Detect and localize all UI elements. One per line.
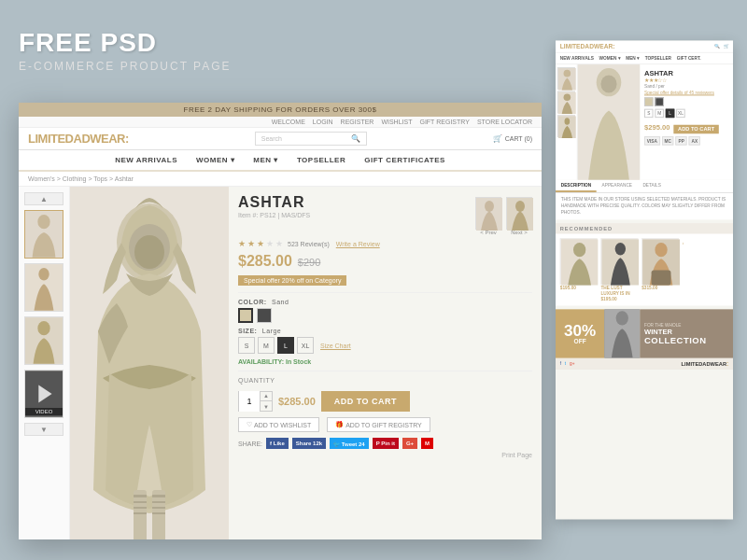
special-offer: Special offer 20% off on Category xyxy=(238,275,346,286)
star-1: ★ xyxy=(238,239,246,248)
color-swatches xyxy=(238,308,532,323)
nav-new-arrivals[interactable]: NEW ARRIVALS xyxy=(115,156,177,164)
mini-footer-logo: LIMITEDADWEAR: xyxy=(682,360,729,367)
related-product-2[interactable]: THE LUST LUXURY IS IN $195.00 xyxy=(600,238,638,301)
thumb-nav-down[interactable]: ▼ xyxy=(24,423,63,436)
mini-nav-men[interactable]: MEN ▾ xyxy=(626,56,640,62)
mini-twitter-icon[interactable]: t xyxy=(565,360,566,367)
mini-product-details: ASHTAR ★★★☆☆ Sand / per Special offer de… xyxy=(640,64,733,179)
quantity-cart-row: ▲ ▼ $285.00 ADD TO CART xyxy=(238,391,532,412)
add-to-gift-registry-button[interactable]: 🎁 ADD TO GIFT REGISTRY xyxy=(327,417,430,432)
thumbnail-2[interactable] xyxy=(24,263,63,312)
video-label: VIDEO xyxy=(25,408,63,415)
mini-stars: ★★★☆☆ xyxy=(644,77,728,83)
color-swatch-sand[interactable] xyxy=(238,308,253,323)
mini-tab-appearance[interactable]: APPEARANCE xyxy=(597,180,638,192)
related-product-1[interactable]: $195.00 xyxy=(560,238,598,301)
mini-size-m[interactable]: M xyxy=(655,109,664,119)
product-image-svg xyxy=(70,187,229,539)
nav-topseller[interactable]: TOPSELLER xyxy=(297,156,345,164)
mini-banner-text: FOR THE WHOLE WINTER COLLECTION xyxy=(640,309,733,357)
quantity-control[interactable]: ▲ ▼ xyxy=(238,391,273,412)
thumbnail-3[interactable] xyxy=(24,316,63,365)
google-plus-btn[interactable]: G+ xyxy=(402,438,417,449)
mini-payment-icons: VISA MC PP AX xyxy=(644,136,728,146)
price-section: $285.00 $290 xyxy=(238,253,532,270)
nav-women[interactable]: WOMEN ▾ xyxy=(196,156,234,164)
thumbnail-gallery: ▲ xyxy=(19,187,70,539)
amex-icon: AX xyxy=(689,136,700,146)
svg-point-25 xyxy=(485,201,494,212)
nav-men[interactable]: MEN ▾ xyxy=(253,156,278,164)
add-to-cart-button[interactable]: ADD TO CART xyxy=(321,391,410,412)
nav-gift-certificates[interactable]: GIFT CERTIFICATES xyxy=(364,156,445,164)
mini-google-icon[interactable]: g+ xyxy=(570,360,574,367)
size-s[interactable]: S xyxy=(238,337,255,354)
thumb-nav-up[interactable]: ▲ xyxy=(24,192,63,205)
facebook-share-btn[interactable]: Share 12k xyxy=(292,438,326,449)
product-details: ASHTAR Item #: PS12 | MAS/DFS < Prev xyxy=(229,187,542,539)
mini-nav-gift[interactable]: GIFT CERT. xyxy=(677,56,701,62)
main-mockup: FREE 2 DAY SHIPPING FOR ORDERS OVER 300$… xyxy=(19,103,542,539)
heart-icon: ♡ xyxy=(247,421,252,428)
star-3: ★ xyxy=(257,239,264,248)
size-l[interactable]: L xyxy=(277,337,294,354)
announcement-bar: FREE 2 DAY SHIPPING FOR ORDERS OVER 300$ xyxy=(19,103,542,117)
breadcrumb: Women's > Clothing > Tops > Ashtar xyxy=(19,172,542,187)
twitter-tweet-btn[interactable]: 🐦 Tweet 24 xyxy=(330,438,369,449)
size-m[interactable]: M xyxy=(258,337,275,354)
navigation: NEW ARRIVALS WOMEN ▾ MEN ▾ TOPSELLER GIF… xyxy=(19,150,542,172)
facebook-like-btn[interactable]: f Like xyxy=(266,438,289,449)
gift-icon: 🎁 xyxy=(335,421,344,428)
mini-tabs: DESCRIPTION APPEARANCE DETAILS xyxy=(556,180,733,193)
search-icon[interactable]: 🔍 xyxy=(351,134,360,143)
see-more-link[interactable]: › xyxy=(683,240,684,301)
mini-size-xl[interactable]: XL xyxy=(676,109,685,119)
mini-fb-icon[interactable]: f xyxy=(560,360,561,367)
mini-nav-women[interactable]: WOMEN ▾ xyxy=(599,56,621,62)
svg-rect-43 xyxy=(652,271,671,286)
star-2: ★ xyxy=(247,239,255,248)
mini-tab-details[interactable]: DETAILS xyxy=(638,180,667,192)
thumbnail-video[interactable]: VIDEO xyxy=(24,370,63,418)
mini-thumb-2[interactable] xyxy=(557,91,575,114)
mini-thumb-3[interactable] xyxy=(557,115,575,137)
color-swatch-dark[interactable] xyxy=(257,308,272,323)
mini-nav-new[interactable]: NEW ARRIVALS xyxy=(560,56,594,62)
mini-related-products: $195.00 THE LUST LUXURY IS IN $195.00 xyxy=(556,234,733,306)
qty-up[interactable]: ▲ xyxy=(261,391,272,401)
color-label: COLOR: Sand xyxy=(238,299,532,305)
related-product-3[interactable]: $315.00 xyxy=(641,238,679,301)
mini-thumb-1[interactable] xyxy=(557,67,575,90)
next-product-thumb[interactable] xyxy=(506,197,532,230)
product-content-area: ▲ xyxy=(19,187,542,539)
pinterest-pin-btn[interactable]: P Pin it xyxy=(373,438,399,449)
size-chart-link[interactable]: Size Chart xyxy=(320,343,351,349)
svg-rect-16 xyxy=(134,507,147,509)
mini-nav: NEW ARRIVALS WOMEN ▾ MEN ▾ TOPSELLER GIF… xyxy=(556,53,733,64)
search-bar[interactable]: Search 🔍 xyxy=(255,132,367,146)
gmail-btn[interactable]: M xyxy=(421,438,433,449)
mini-tab-description[interactable]: DESCRIPTION xyxy=(556,180,597,192)
logo[interactable]: LIMITEDADWEAR: xyxy=(28,132,129,146)
mini-swatch-2[interactable] xyxy=(655,97,664,105)
mini-nav-top[interactable]: TOPSELLER xyxy=(645,56,671,62)
svg-point-11 xyxy=(134,235,164,269)
mini-add-to-cart-button[interactable]: ADD TO CART xyxy=(673,125,719,134)
size-xl[interactable]: XL xyxy=(297,337,314,354)
add-to-wishlist-button[interactable]: ♡ ADD TO WISHLIST xyxy=(238,417,319,432)
thumbnail-1[interactable] xyxy=(24,210,63,259)
cart-info[interactable]: 🛒 CART (0) xyxy=(493,134,532,143)
mini-swatch-1[interactable] xyxy=(644,97,654,105)
mini-figure-in-banner xyxy=(604,309,640,357)
cart-icon: 🛒 xyxy=(493,134,502,143)
prev-product-thumb[interactable] xyxy=(475,197,501,230)
svg-rect-21 xyxy=(152,512,165,514)
mini-size-l[interactable]: L xyxy=(666,109,675,119)
qty-down[interactable]: ▼ xyxy=(261,401,272,412)
svg-point-31 xyxy=(564,94,571,102)
share-label: SHARE: xyxy=(238,441,262,447)
write-review-link[interactable]: Write a Review xyxy=(336,241,380,247)
mini-size-s[interactable]: S xyxy=(644,109,654,119)
quantity-input[interactable] xyxy=(239,391,260,412)
